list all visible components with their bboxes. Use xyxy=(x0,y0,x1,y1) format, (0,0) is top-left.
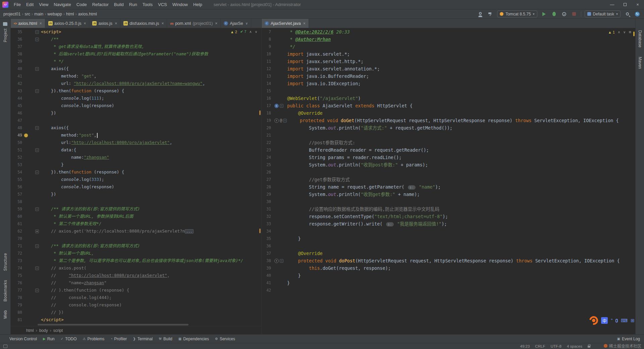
tool-window-button-terminal[interactable]: ❯Terminal xyxy=(133,337,153,341)
menu-refactor[interactable]: Refactor xyxy=(90,2,111,7)
line-ending-widget[interactable]: CRLF xyxy=(535,344,545,348)
indent-widget[interactable]: 4 spaces xyxy=(567,344,582,348)
editor-tab-pom.xml[interactable]: mpom.xml (project01)× xyxy=(167,19,221,28)
intention-bulb-icon[interactable] xyxy=(24,134,28,137)
menu-file[interactable]: File xyxy=(11,2,23,7)
ime-punctuation-icon[interactable]: ” xyxy=(611,318,612,323)
tool-window-button-services[interactable]: ⚙Services xyxy=(215,337,235,341)
profiler-button[interactable] xyxy=(561,11,568,17)
override-marker-icon[interactable]: ↑ xyxy=(274,259,279,263)
close-button[interactable]: × xyxy=(631,0,644,9)
close-icon[interactable]: × xyxy=(115,21,117,26)
breadcrumb-item[interactable]: main xyxy=(34,12,43,16)
menu-edit[interactable]: Edit xyxy=(23,2,36,7)
breadcrumb-item[interactable]: webapp xyxy=(47,12,62,16)
tool-button-database[interactable]: Database xyxy=(638,30,642,47)
fold-marker[interactable]: - xyxy=(35,30,39,34)
editor-tab-ajaxse[interactable]: CAjaxSe∨ xyxy=(221,19,251,28)
editor-tab-axios-0.25.0.js[interactable]: JSaxios-0.25.0.js× xyxy=(45,19,90,28)
tool-button-structure[interactable]: Structure xyxy=(3,253,8,271)
debug-button[interactable] xyxy=(551,11,557,17)
close-icon[interactable]: × xyxy=(40,21,42,26)
tool-window-button-vc[interactable]: Version Control xyxy=(9,337,37,341)
warning-stripe-mark[interactable] xyxy=(633,32,635,36)
menu-help[interactable]: Help xyxy=(191,2,205,7)
breadcrumb-item[interactable]: axios.html xyxy=(78,12,97,16)
close-icon[interactable]: × xyxy=(215,21,217,26)
code-editor-right[interactable]: 7 * @Date:2022/2/6 20:338 * @Author:Mrha… xyxy=(262,28,635,334)
minimize-button[interactable]: — xyxy=(606,0,619,9)
tool-window-button-build[interactable]: ⚒Build xyxy=(159,337,172,341)
close-icon[interactable]: × xyxy=(161,21,164,26)
tool-window-button-todo[interactable]: ✓TODO xyxy=(61,337,77,341)
horizontal-scrollbar[interactable] xyxy=(11,323,261,326)
tool-window-button-eventlog[interactable]: ▣Event Log xyxy=(617,337,640,341)
maximize-button[interactable] xyxy=(619,0,631,9)
ime-language-button[interactable]: 中 xyxy=(601,317,608,324)
tool-window-button-dependencies[interactable]: ▦Dependencies xyxy=(178,337,209,341)
fold-marker[interactable]: - xyxy=(35,67,39,71)
fold-marker[interactable]: - xyxy=(35,148,39,152)
run-configuration-select[interactable]: Tomcat 8.5.75 ▾ xyxy=(497,10,537,17)
microphone-icon[interactable] xyxy=(615,319,618,322)
breadcrumb-item[interactable]: src xyxy=(24,12,30,16)
tool-window-button-run[interactable]: ▶Run xyxy=(43,337,55,341)
fold-marker[interactable]: - xyxy=(283,119,287,122)
code-editor-left[interactable]: 35-<script>36- /**37 * get请求没有data属性,就算传… xyxy=(11,28,261,323)
fold-marker[interactable]: - xyxy=(35,170,39,174)
editor-tab-axios.html[interactable]: <>axios.html× xyxy=(11,19,45,28)
change-marker[interactable] xyxy=(259,110,261,115)
warning-indicator[interactable]: ▲ 1 xyxy=(608,30,615,34)
editor-tab-ajaxservlet.java[interactable]: CAjaxServlet.java× xyxy=(262,19,309,28)
caret-position-widget[interactable]: 49:23 xyxy=(520,344,530,348)
keyboard-icon[interactable]: ⌨ xyxy=(621,318,628,323)
encoding-widget[interactable]: UTF-8 xyxy=(550,344,561,348)
menu-run[interactable]: Run xyxy=(126,2,140,7)
search-everywhere-button[interactable] xyxy=(624,11,631,17)
menu-window[interactable]: Window xyxy=(170,2,191,7)
collaboration-icon[interactable] xyxy=(477,11,484,17)
fold-marker[interactable]: - xyxy=(280,104,283,108)
fold-marker[interactable]: - xyxy=(35,207,39,211)
menu-build[interactable]: Build xyxy=(111,2,126,7)
update-button[interactable]: ↻ xyxy=(634,11,641,17)
fold-marker[interactable]: - xyxy=(35,89,39,93)
stop-button[interactable] xyxy=(571,11,578,17)
tool-window-button-profiler[interactable]: ◔Profiler xyxy=(110,337,127,341)
editor-tab-axios.js[interactable]: JSaxios.js× xyxy=(89,19,120,28)
menu-code[interactable]: Code xyxy=(74,2,90,7)
prev-issue-button[interactable]: ∧ xyxy=(249,30,252,34)
chevron-down-icon[interactable]: ∨ xyxy=(246,21,248,25)
breadcrumb-item-script[interactable]: script xyxy=(53,328,63,333)
tool-window-switcher-icon[interactable] xyxy=(3,345,7,348)
fold-marker[interactable]: - xyxy=(35,289,39,292)
menu-vcs[interactable]: VCS xyxy=(155,2,170,7)
tool-button-project[interactable]: Project xyxy=(3,29,8,42)
annotation-marker-icon[interactable]: @ xyxy=(280,117,282,124)
run-button[interactable] xyxy=(541,11,547,17)
breadcrumb-item-body[interactable]: body xyxy=(39,328,48,333)
fold-marker[interactable]: - xyxy=(35,266,39,270)
breadcrumb-item[interactable]: project01 xyxy=(3,12,20,16)
ime-grid-icon[interactable]: ⊞ xyxy=(631,318,635,323)
tool-button-bookmarks[interactable]: Bookmarks xyxy=(3,280,8,302)
override-marker-icon[interactable]: ↑ xyxy=(274,118,279,123)
breadcrumb-item[interactable]: html xyxy=(66,12,74,16)
menu-view[interactable]: View xyxy=(36,2,51,7)
prev-issue-button[interactable]: ∧ xyxy=(618,30,620,34)
warning-indicator[interactable]: ▲ 2 xyxy=(230,30,237,34)
close-icon[interactable]: × xyxy=(303,21,306,26)
tool-button-maven[interactable]: Maven xyxy=(638,57,642,69)
task-configuration-select[interactable]: Default task ▾ xyxy=(585,10,621,17)
change-marker[interactable] xyxy=(259,229,261,233)
tool-button-web[interactable]: Web xyxy=(3,310,8,319)
check-indicator[interactable]: ✔ 7 xyxy=(240,30,246,34)
lock-icon[interactable] xyxy=(588,346,590,348)
menu-tools[interactable]: Tools xyxy=(140,2,155,7)
scrollbar-thumb[interactable] xyxy=(38,324,189,326)
fold-marker[interactable]: - xyxy=(35,126,39,130)
close-icon[interactable]: × xyxy=(84,21,86,26)
class-marker-icon[interactable]: c xyxy=(274,104,279,108)
next-issue-button[interactable]: ∨ xyxy=(255,30,257,34)
breadcrumb-item-html[interactable]: html xyxy=(26,328,34,333)
